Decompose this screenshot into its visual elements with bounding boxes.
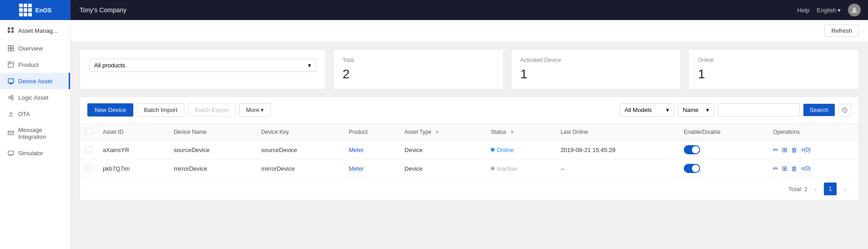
sidebar-ota-label: OTA <box>18 111 30 117</box>
status-filter-icon[interactable]: ▼ <box>510 129 515 135</box>
row1-device-name: sourceDevice <box>168 141 256 159</box>
msg-icon <box>7 130 15 137</box>
svg-point-18 <box>11 98 13 100</box>
toolbar-right: All Models ▾ Name ▾ Search <box>620 103 851 117</box>
refresh-button[interactable]: Refresh <box>824 25 859 37</box>
sidebar-item-device-asset[interactable]: Device Asset <box>0 73 70 89</box>
sidebar-product-label: Product <box>18 61 39 68</box>
batch-import-button[interactable]: Batch Import <box>137 103 184 117</box>
row1-tag-icon[interactable]: ≡(0) <box>801 147 811 153</box>
svg-rect-4 <box>11 30 14 33</box>
svg-rect-2 <box>11 27 14 30</box>
batch-export-button[interactable]: Batch Export <box>188 103 235 117</box>
sidebar-item-overview[interactable]: Overview <box>0 40 70 56</box>
row2-view-icon[interactable]: ⊞ <box>782 165 787 172</box>
row2-enable-toggle[interactable] <box>684 164 700 173</box>
more-label: More <box>246 107 260 113</box>
page-1-button[interactable]: 1 <box>824 183 837 195</box>
search-button[interactable]: Search <box>803 104 835 116</box>
header-checkbox[interactable] <box>86 128 92 134</box>
row2-device-key: mirrorDevice <box>256 159 343 178</box>
product-select[interactable]: All products ▾ <box>89 59 316 72</box>
overview-icon <box>7 45 15 52</box>
row1-enable-toggle[interactable] <box>684 145 700 154</box>
row2-checkbox[interactable] <box>86 165 92 171</box>
ota-icon <box>7 110 15 117</box>
col-device-key-header: Device Key <box>256 123 343 141</box>
row2-device-name: mirrorDevice <box>168 159 256 178</box>
company-name: Tony's Company <box>80 6 126 14</box>
row1-toggle <box>678 141 767 159</box>
topbar: EnOS Tony's Company Help English ▾ <box>0 0 868 20</box>
row2-operations: ✏ ⊞ 🗑 ≡(0) <box>767 159 858 178</box>
sidebar-item-logic-asset[interactable]: Logic Asset <box>0 89 70 106</box>
chevron-down-icon: ▾ <box>706 107 709 113</box>
svg-point-17 <box>11 95 13 97</box>
online-value: 1 <box>698 67 849 81</box>
total-value: 2 <box>343 67 494 81</box>
language-label: English <box>817 7 836 14</box>
row1-checkbox[interactable] <box>86 146 92 152</box>
pagination: Total: 2 ‹ 1 › <box>80 178 858 200</box>
toggle-knob <box>692 146 699 153</box>
model-select-value: All Models <box>625 107 652 113</box>
row1-asset-id: aXainsYR <box>97 141 168 159</box>
row2-op-icons: ✏ ⊞ 🗑 ≡(0) <box>773 165 853 172</box>
search-input[interactable] <box>718 103 800 117</box>
sidebar-item-message-integration[interactable]: Message Integration <box>0 122 70 145</box>
page-header: Refresh <box>71 20 868 42</box>
sidebar-msg-label: Message Integration <box>18 127 63 140</box>
new-device-button[interactable]: New Device <box>87 103 133 117</box>
row1-status: Online <box>485 141 555 159</box>
sidebar-title: Asset Manag... <box>18 27 58 34</box>
sidebar-menu-icon <box>7 26 15 35</box>
logic-icon <box>7 94 15 101</box>
asset-type-filter-icon[interactable]: ▼ <box>435 129 440 135</box>
svg-point-16 <box>9 97 10 98</box>
row1-product: Meter <box>343 141 399 159</box>
online-dot-icon <box>491 148 495 152</box>
row2-edit-icon[interactable]: ✏ <box>773 165 778 172</box>
svg-rect-9 <box>8 62 14 67</box>
row1-view-icon[interactable]: ⊞ <box>782 146 787 153</box>
sidebar-item-ota[interactable]: OTA <box>0 106 70 122</box>
toggle-knob <box>692 165 699 172</box>
online-card: Online 1 <box>688 49 859 89</box>
row1-delete-icon[interactable]: 🗑 <box>791 147 797 153</box>
logo-grid-icon <box>19 4 32 16</box>
help-link[interactable]: Help <box>797 7 810 14</box>
main-content: Refresh All products ▾ Total 2 Activated… <box>71 20 868 249</box>
total-label: Total <box>343 57 494 63</box>
next-page-button[interactable]: › <box>838 183 851 195</box>
col-product-header: Product <box>343 123 399 141</box>
svg-rect-1 <box>8 27 10 30</box>
topbar-right: Help English ▾ <box>797 4 868 16</box>
language-selector[interactable]: English ▾ <box>817 7 841 14</box>
row2-asset-id: pkb7Q7im <box>97 159 168 178</box>
name-select-value: Name <box>683 107 699 113</box>
row1-check <box>80 141 97 159</box>
more-button[interactable]: More ▾ <box>239 103 271 117</box>
history-icon[interactable] <box>838 104 851 117</box>
model-select[interactable]: All Models ▾ <box>620 103 674 117</box>
sidebar-item-product[interactable]: Product <box>0 56 70 73</box>
row1-last-online: 2019-08-21 15:45:29 <box>555 141 678 159</box>
row2-delete-icon[interactable]: 🗑 <box>791 165 797 172</box>
svg-line-19 <box>10 97 11 97</box>
avatar[interactable] <box>848 4 861 16</box>
name-select[interactable]: Name ▾ <box>678 103 714 117</box>
row1-status-badge: Online <box>491 147 550 153</box>
svg-rect-5 <box>8 46 10 48</box>
prev-page-button[interactable]: ‹ <box>809 183 822 195</box>
device-table: Asset ID Device Name Device Key Product … <box>80 123 858 178</box>
row2-status-badge: Inactive <box>491 165 550 172</box>
sidebar-sim-label: Simulator <box>18 150 43 157</box>
svg-rect-12 <box>8 79 14 83</box>
row1-edit-icon[interactable]: ✏ <box>773 146 778 153</box>
row2-tag-icon[interactable]: ≡(0) <box>801 165 811 172</box>
sidebar-item-simulator[interactable]: Simulator <box>0 145 70 161</box>
col-last-online-header: Last Online <box>555 123 678 141</box>
col-enable-disable-header: Enable/Disable <box>678 123 767 141</box>
svg-rect-3 <box>8 30 10 33</box>
total-count: Total: 2 <box>788 186 807 193</box>
